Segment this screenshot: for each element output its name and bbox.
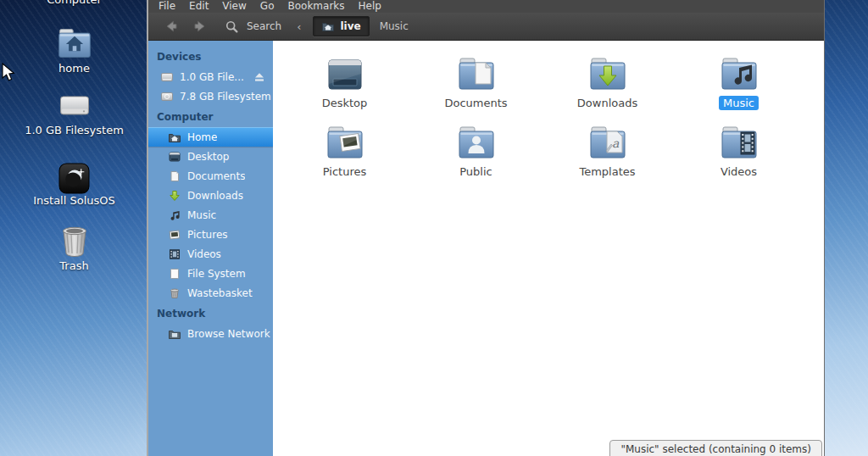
sidebar-item-pictures[interactable]: Pictures — [148, 225, 273, 244]
public-folder-icon — [456, 122, 497, 163]
sidebar-item-home[interactable]: Home — [148, 127, 273, 147]
sidebar-item-label: Browse Network — [187, 328, 270, 340]
desktop-folder-icon — [325, 53, 365, 94]
sidebar-item-label: Wastebasket — [187, 287, 253, 299]
sidebar-section-computer: Computer — [148, 106, 273, 127]
desktop-icon-label: 1.0 GB Filesystem — [25, 124, 124, 136]
breadcrumb-live[interactable]: live — [313, 16, 369, 36]
sidebar-item-label: Documents — [187, 170, 245, 182]
templates-folder-icon — [587, 122, 628, 163]
file-icon-label: Videos — [716, 164, 761, 179]
file-icon-templates[interactable]: Templates — [542, 120, 673, 189]
file-icon-pictures[interactable]: Pictures — [279, 120, 410, 189]
sidebar-item-label: Desktop — [187, 151, 230, 163]
home-folder-icon — [168, 131, 181, 144]
file-manager-window: File Edit View Go Bookmarks Help Search … — [147, 0, 825, 456]
menu-edit[interactable]: Edit — [182, 0, 215, 13]
search-button[interactable]: Search — [225, 19, 281, 34]
search-label: Search — [247, 20, 281, 32]
sidebar-item-desktop[interactable]: Desktop — [148, 147, 273, 166]
trash-icon — [54, 219, 95, 259]
toolbar: Search ‹ live Music — [148, 13, 824, 41]
desktop-icon-install-solusos[interactable]: Install SolusOS — [0, 163, 148, 207]
desktop-icon-computer[interactable]: Computer — [0, 0, 148, 6]
network-folder-icon — [168, 327, 181, 341]
file-view[interactable]: Desktop Documents Downloads Music — [273, 41, 824, 456]
sidebar-item-label: 7.8 GB Filesystem — [180, 91, 271, 103]
file-icon-downloads[interactable]: Downloads — [542, 52, 673, 120]
icon-grid: Desktop Documents Downloads Music — [279, 52, 804, 189]
file-icon-label: Documents — [440, 96, 511, 110]
pictures-folder-icon — [325, 122, 365, 163]
download-arrow-icon — [168, 189, 181, 203]
file-icon-music[interactable]: Music — [673, 52, 804, 120]
pathbar-overflow-chevron[interactable]: ‹ — [297, 20, 301, 33]
sidebar-item-videos[interactable]: Videos — [148, 244, 273, 264]
sidebar-item-label: 1.0 GB File... — [180, 71, 244, 83]
drive-icon — [160, 70, 174, 84]
search-icon — [225, 19, 239, 34]
mouse-cursor — [1, 63, 18, 83]
desktop-icon-label: Install SolusOS — [33, 194, 115, 207]
downloads-folder-icon — [587, 53, 628, 94]
sidebar-item-documents[interactable]: Documents — [148, 166, 273, 186]
file-icon-desktop[interactable]: Desktop — [279, 52, 410, 120]
file-icon-label: Music — [719, 96, 759, 110]
sidebar-item-label: Pictures — [187, 229, 228, 241]
sidebar-item-78gb-filesystem[interactable]: 7.8 GB Filesystem — [148, 86, 273, 106]
forward-button[interactable] — [186, 15, 214, 37]
sidebar-item-label: Music — [187, 209, 216, 221]
document-icon — [168, 170, 181, 183]
desktop-icon-trash[interactable]: Trash — [0, 219, 148, 272]
file-icon-public[interactable]: Public — [410, 120, 542, 189]
sidebar-item-1gb-filesystem[interactable]: 1.0 GB File... — [148, 67, 273, 86]
file-icon-documents[interactable]: Documents — [410, 52, 542, 120]
videos-folder-icon — [719, 122, 760, 163]
video-icon — [168, 247, 181, 261]
menu-go[interactable]: Go — [253, 0, 281, 13]
sidebar-item-label: File System — [187, 268, 246, 280]
sidebar-item-label: Videos — [187, 248, 221, 260]
desktop-area: Computer home 1.0 GB Filesystem Install … — [0, 0, 148, 456]
sidebar-item-file-system[interactable]: File System — [148, 264, 273, 283]
sidebar-section-network: Network — [148, 303, 273, 324]
menu-file[interactable]: File — [152, 0, 182, 13]
filesystem-icon — [168, 267, 181, 281]
file-icon-label: Pictures — [319, 164, 370, 179]
status-bar: "Music" selected (containing 0 items) — [609, 440, 822, 456]
menu-view[interactable]: View — [215, 0, 253, 13]
back-button[interactable] — [157, 15, 186, 37]
file-icon-label: Downloads — [573, 96, 642, 110]
sidebar-item-label: Home — [187, 131, 217, 143]
menu-help[interactable]: Help — [352, 0, 388, 13]
desktop-icon-label: Trash — [59, 259, 88, 272]
back-arrow-icon — [164, 19, 179, 34]
home-folder-icon — [54, 25, 95, 62]
desktop-screen: Computer home 1.0 GB Filesystem Install … — [0, 0, 868, 456]
file-icon-videos[interactable]: Videos — [673, 120, 804, 189]
breadcrumb-label: live — [340, 20, 360, 32]
window-content: Devices 1.0 GB File... 7.8 GB Filesystem… — [148, 41, 824, 456]
file-icon-label: Public — [455, 164, 496, 179]
sidebar-item-wastebasket[interactable]: Wastebasket — [148, 283, 273, 303]
desktop-icon-filesystem[interactable]: 1.0 GB Filesystem — [0, 86, 148, 136]
picture-icon — [168, 228, 181, 242]
sidebar-item-label: Downloads — [187, 190, 243, 202]
sidebar-item-browse-network[interactable]: Browse Network — [148, 324, 273, 343]
breadcrumb-music[interactable]: Music — [370, 18, 419, 35]
desktop-icon — [168, 150, 181, 164]
sidebar-item-music[interactable]: Music — [148, 205, 273, 225]
sidebar: Devices 1.0 GB File... 7.8 GB Filesystem… — [148, 41, 273, 456]
music-folder-icon — [719, 53, 760, 94]
home-folder-icon — [321, 19, 335, 33]
music-note-icon — [168, 209, 181, 222]
file-icon-label: Desktop — [318, 96, 372, 110]
file-icon-label: Templates — [575, 164, 639, 179]
solusos-installer-icon — [58, 163, 90, 194]
eject-icon[interactable] — [253, 70, 266, 84]
menu-bookmarks[interactable]: Bookmarks — [281, 0, 351, 13]
sidebar-item-downloads[interactable]: Downloads — [148, 186, 273, 205]
wastebasket-icon — [168, 286, 181, 300]
desktop-icon-home[interactable]: home — [0, 25, 148, 75]
sidebar-section-devices: Devices — [148, 46, 273, 67]
